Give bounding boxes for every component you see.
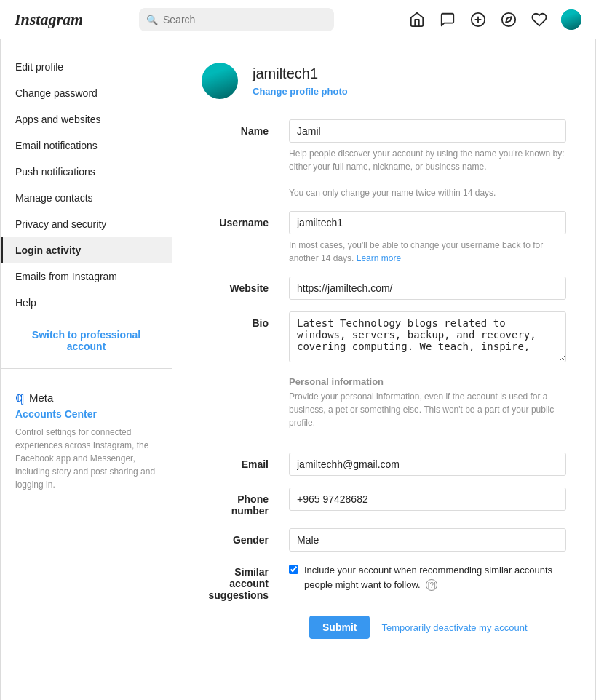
similar-accounts-field-wrap: Include your account when recommending s…	[289, 563, 566, 592]
sidebar-item-edit-profile[interactable]: Edit profile	[1, 54, 172, 80]
svg-marker-4	[506, 17, 512, 23]
phone-field-wrap	[289, 488, 566, 511]
name-field-wrap: Help people discover your account by usi…	[289, 119, 566, 199]
search-icon: 🔍	[146, 14, 158, 25]
website-field-wrap	[289, 277, 566, 300]
switch-professional-button[interactable]: Switch to professional account	[1, 322, 172, 359]
username-field-wrap: In most cases, you'll be able to change …	[289, 211, 566, 265]
similar-accounts-checkbox-wrap: Include your account when recommending s…	[289, 563, 566, 592]
name-hint: Help people discover your account by usi…	[289, 147, 566, 199]
meta-symbol-icon: 𝕢	[15, 389, 25, 405]
similar-accounts-checkbox-label: Include your account when recommending s…	[304, 563, 566, 592]
main-header: Instagram 🔍	[0, 0, 596, 39]
profile-username: jamiltech1	[253, 65, 348, 82]
name-label: Name	[202, 119, 289, 137]
accounts-center-link[interactable]: Accounts Center	[15, 408, 157, 420]
bio-textarea-wrap: Latest Technology blogs related to windo…	[289, 311, 566, 365]
meta-text: Meta	[29, 391, 53, 404]
heart-icon[interactable]	[531, 11, 548, 28]
sidebar-item-push-notifications[interactable]: Push notifications	[1, 159, 172, 185]
username-input[interactable]	[289, 211, 566, 234]
gender-field-wrap	[289, 528, 566, 552]
sidebar-item-apps-websites[interactable]: Apps and websites	[1, 106, 172, 132]
learn-more-link[interactable]: Learn more	[357, 253, 401, 263]
search-container: 🔍	[139, 8, 334, 31]
website-input[interactable]	[289, 277, 566, 300]
profile-info: jamiltech1 Change profile photo	[253, 65, 348, 97]
website-row: Website	[202, 277, 566, 300]
sidebar-item-privacy-security[interactable]: Privacy and security	[1, 211, 172, 237]
phone-input[interactable]	[289, 488, 566, 511]
sidebar-item-email-notifications[interactable]: Email notifications	[1, 132, 172, 159]
name-row: Name Help people discover your account b…	[202, 119, 566, 199]
similar-accounts-checkbox[interactable]	[289, 565, 298, 574]
bio-label: Bio	[202, 311, 289, 329]
home-icon[interactable]	[408, 11, 426, 28]
deactivate-link[interactable]: Temporarily deactivate my account	[381, 622, 527, 633]
bio-row: Bio Latest Technology blogs related to w…	[202, 311, 566, 365]
svg-point-3	[502, 12, 515, 25]
submit-button[interactable]: Submit	[309, 616, 370, 639]
sidebar-item-help[interactable]: Help	[1, 290, 172, 316]
username-hint: In most cases, you'll be able to change …	[289, 239, 566, 265]
email-row: Email	[202, 453, 566, 476]
messenger-icon[interactable]	[439, 11, 456, 28]
profile-header: jamiltech1 Change profile photo	[202, 63, 566, 99]
sidebar-item-login-activity[interactable]: Login activity	[1, 237, 172, 263]
phone-label: Phone number	[202, 488, 289, 517]
username-row: Username In most cases, you'll be able t…	[202, 211, 566, 265]
email-field-wrap	[289, 453, 566, 476]
similar-accounts-help-icon[interactable]: [?]	[426, 579, 437, 591]
change-photo-link[interactable]: Change profile photo	[253, 86, 348, 97]
meta-description: Control settings for connected experienc…	[15, 426, 157, 491]
email-input[interactable]	[289, 453, 566, 476]
header-icons	[408, 9, 581, 30]
profile-avatar	[202, 63, 238, 99]
sidebar-item-emails-instagram[interactable]: Emails from Instagram	[1, 263, 172, 290]
name-input[interactable]	[289, 119, 566, 143]
bio-input[interactable]: Latest Technology blogs related to windo…	[289, 311, 566, 362]
search-input[interactable]	[139, 8, 334, 31]
sidebar-item-change-password[interactable]: Change password	[1, 80, 172, 106]
website-label: Website	[202, 277, 289, 294]
main-container: Edit profile Change password Apps and we…	[0, 39, 596, 700]
gender-label: Gender	[202, 528, 289, 546]
form-actions: Submit Temporarily deactivate my account	[202, 616, 566, 639]
instagram-logo: Instagram	[15, 10, 95, 29]
user-avatar[interactable]	[561, 9, 581, 30]
meta-section: 𝕢 Meta Accounts Center Control settings …	[1, 378, 172, 503]
sidebar-divider	[1, 368, 172, 369]
explore-icon[interactable]	[500, 11, 517, 28]
personal-info-heading: Personal information	[289, 376, 566, 387]
personal-info-description: Provide your personal information, even …	[289, 390, 566, 429]
similar-accounts-row: Similar account suggestions Include your…	[202, 563, 566, 601]
phone-row: Phone number	[202, 488, 566, 517]
create-icon[interactable]	[469, 11, 487, 28]
email-label: Email	[202, 453, 289, 470]
content-area: jamiltech1 Change profile photo Name Hel…	[172, 39, 595, 700]
similar-accounts-label: Similar account suggestions	[202, 563, 289, 601]
personal-info-row: Personal information Provide your person…	[202, 376, 566, 441]
username-label: Username	[202, 211, 289, 228]
gender-input[interactable]	[289, 528, 566, 552]
gender-row: Gender	[202, 528, 566, 552]
bio-field-wrap: Latest Technology blogs related to windo…	[289, 311, 566, 365]
personal-info-spacer	[202, 376, 289, 382]
sidebar-item-manage-contacts[interactable]: Manage contacts	[1, 185, 172, 211]
meta-logo: 𝕢 Meta	[15, 389, 157, 405]
personal-info-section: Personal information Provide your person…	[289, 376, 566, 429]
sidebar: Edit profile Change password Apps and we…	[1, 39, 172, 700]
